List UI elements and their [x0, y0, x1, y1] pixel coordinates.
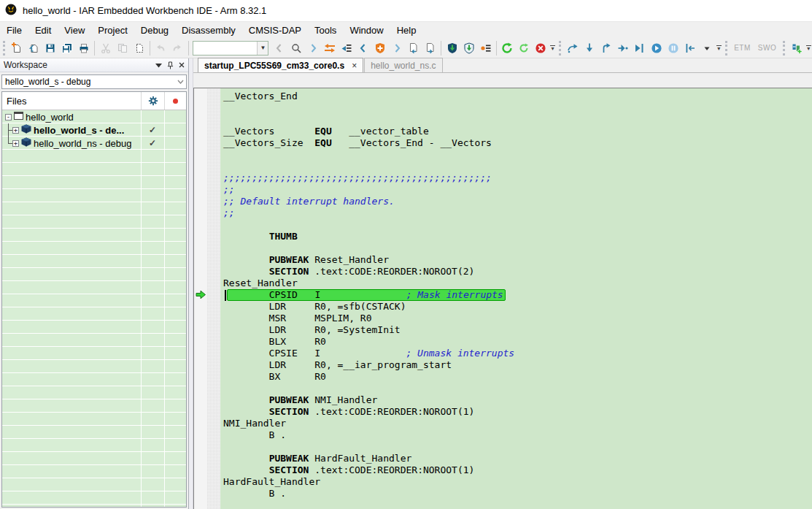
cut-button: [97, 39, 114, 57]
break-button[interactable]: [533, 39, 549, 57]
code-line: THUMB: [223, 231, 812, 242]
tree-item-hello_world_ns-debug[interactable]: +hello_world_ns - debug✓: [2, 137, 186, 150]
navigate-swap-button[interactable]: [321, 39, 338, 57]
column-divider: [164, 110, 165, 507]
group-icon: [21, 124, 31, 136]
code-line: [223, 242, 812, 254]
pc-highlight-box: CPSID I ; Mask interrupts: [227, 289, 506, 301]
toolbar-drag-handle[interactable]: [783, 41, 786, 56]
code-line: __Vectors_Size EQU __Vectors_End - __Vec…: [223, 137, 812, 149]
previous-bookmark-button[interactable]: [355, 39, 371, 57]
chevron-down-icon: [174, 78, 186, 85]
run-to-cursor-button[interactable]: [631, 39, 648, 57]
tab-startup_lpc55s69_cm33_core0-s[interactable]: startup_LPC55S69_cm33_core0.s×: [198, 58, 363, 72]
search-previous-button[interactable]: [271, 39, 287, 57]
save-all-button[interactable]: [58, 39, 75, 57]
close-panel-icon[interactable]: [179, 62, 185, 68]
toggle-bookmark-button[interactable]: [371, 39, 388, 57]
refresh-button[interactable]: [516, 39, 533, 57]
code-line: [223, 102, 812, 114]
menu-view[interactable]: View: [58, 23, 91, 37]
main-area: Workspace hello_world_s - debug Files -h…: [0, 58, 812, 509]
code-line: [223, 383, 812, 394]
flash-tools-button[interactable]: [789, 39, 805, 57]
open-file-button[interactable]: [25, 39, 42, 57]
go-button[interactable]: [648, 39, 665, 57]
print-button[interactable]: [75, 39, 92, 57]
code-line: [223, 500, 812, 509]
expand-icon[interactable]: +: [12, 127, 19, 134]
menu-project[interactable]: Project: [91, 23, 134, 37]
new-document-button[interactable]: [8, 39, 25, 57]
collapse-icon[interactable]: -: [5, 114, 12, 120]
editor-frame: __Vectors_End __Vectors EQU __vector_tab…: [193, 88, 812, 509]
pin-icon[interactable]: [167, 61, 174, 69]
tab-label: startup_LPC55S69_cm33_core0.s: [204, 61, 344, 71]
download-and-debug-button[interactable]: [444, 39, 460, 57]
break-pause-button[interactable]: [665, 39, 681, 57]
toolbar-drag-handle[interactable]: [3, 41, 6, 56]
step-over-button[interactable]: [564, 39, 581, 57]
stop-debugging-button[interactable]: [681, 39, 698, 57]
debug-without-downloading-button[interactable]: [460, 39, 477, 57]
menu-file[interactable]: File: [0, 23, 28, 37]
code-line: B .: [223, 429, 812, 441]
code-line: SECTION .text:CODE:REORDER:NOROOT(1): [223, 464, 812, 476]
next-document-button[interactable]: [422, 39, 438, 57]
menu-disassembly[interactable]: Disassembly: [175, 23, 242, 37]
code-line: [223, 114, 812, 126]
toolbar-drag-handle[interactable]: [725, 41, 728, 56]
menu-edit[interactable]: Edit: [28, 23, 58, 37]
menu-tools[interactable]: Tools: [308, 23, 343, 37]
next-statement-button[interactable]: [614, 39, 631, 57]
paste-button[interactable]: [131, 39, 147, 57]
code-line: [223, 149, 812, 161]
files-box: Files -hello_world+hello_world_s - de...…: [1, 91, 187, 508]
code-line: __Vectors EQU __vector_table: [223, 126, 812, 137]
toolbar-overflow-icon[interactable]: ▾: [806, 45, 811, 51]
swo-button[interactable]: SWO: [754, 44, 780, 52]
go-to-definition-button[interactable]: [338, 39, 355, 57]
menu-cmsis-dap[interactable]: CMSIS-DAP: [242, 23, 308, 37]
toolbar-separator: [188, 41, 189, 56]
tab-label: hello_world_ns.c: [371, 61, 436, 71]
toolbar-overflow-icon[interactable]: ▾: [550, 45, 555, 51]
debug-more-button[interactable]: [698, 39, 715, 57]
expand-icon[interactable]: +: [12, 140, 19, 147]
previous-document-button[interactable]: [405, 39, 422, 57]
next-bookmark-button[interactable]: [388, 39, 405, 57]
configuration-selector[interactable]: hello_world_s - debug: [1, 74, 187, 89]
panel-menu-icon[interactable]: [155, 63, 162, 68]
gear-icon: [141, 92, 164, 110]
search-button[interactable]: [287, 39, 304, 57]
code-line: ;;: [223, 207, 812, 219]
toolbar-overflow-icon[interactable]: ▾: [716, 45, 721, 51]
quick-search-input[interactable]: [193, 42, 257, 55]
save-button[interactable]: [42, 39, 58, 57]
search-next-button[interactable]: [304, 39, 321, 57]
code-line: BX R0: [223, 371, 812, 383]
tree-item-hello_world_s-de-[interactable]: +hello_world_s - de...✓: [2, 123, 186, 137]
tab-hello_world_ns-c[interactable]: hello_world_ns.c: [364, 58, 442, 72]
toolbar-drag-handle[interactable]: [559, 41, 562, 56]
step-out-button[interactable]: [598, 39, 614, 57]
text-caret: [225, 290, 226, 301]
code-area[interactable]: __Vectors_End __Vectors EQU __vector_tab…: [220, 88, 812, 509]
reset-button[interactable]: [499, 39, 516, 57]
combo-dropdown-icon[interactable]: ▼: [257, 42, 268, 55]
menu-help[interactable]: Help: [390, 23, 423, 37]
step-into-button[interactable]: [581, 39, 598, 57]
fold-gutter[interactable]: [207, 88, 220, 509]
copy-button: [114, 39, 131, 57]
menu-debug[interactable]: Debug: [134, 23, 175, 37]
etm-button[interactable]: ETM: [730, 44, 754, 52]
undo-button: [152, 39, 169, 57]
menu-window[interactable]: Window: [343, 23, 390, 37]
breakpoint-list-button[interactable]: [477, 39, 494, 57]
quick-search-combobox[interactable]: ▼: [193, 41, 268, 56]
tree-item-label: hello_world: [26, 112, 74, 123]
code-line: CPSIE I ; Unmask interrupts: [223, 348, 812, 359]
close-tab-icon[interactable]: ×: [352, 61, 357, 71]
files-column-header[interactable]: Files: [2, 92, 186, 110]
tree-item-hello_world[interactable]: -hello_world: [2, 110, 186, 123]
